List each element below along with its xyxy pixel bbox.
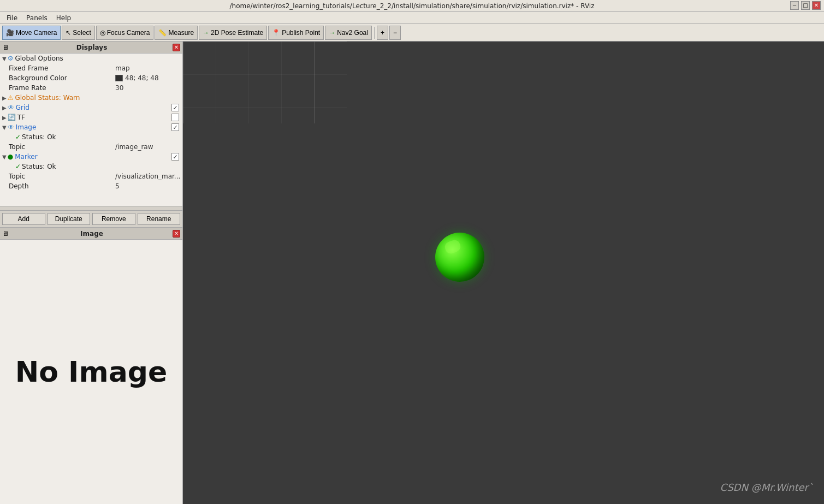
displays-panel-header: 🖥 Displays ✕	[0, 41, 182, 54]
global-options-icon: ⚙	[8, 55, 14, 62]
pose-estimate-label: 2D Pose Estimate	[211, 29, 263, 37]
nav2-goal-icon: →	[329, 29, 335, 37]
frame-rate-row[interactable]: Frame Rate 30	[0, 83, 182, 93]
add-button[interactable]: Add	[2, 213, 45, 225]
marker-depth-row[interactable]: Depth 5	[0, 181, 182, 191]
marker-depth-value: 5	[115, 182, 120, 190]
grid-arrow: ▶	[2, 105, 7, 111]
fixed-frame-row[interactable]: Fixed Frame map	[0, 63, 182, 73]
duplicate-button[interactable]: Duplicate	[48, 213, 91, 225]
green-sphere	[435, 233, 484, 282]
global-status-icon: ⚠	[8, 94, 14, 102]
menu-file[interactable]: File	[2, 13, 22, 23]
marker-status-label: Status: Ok	[22, 163, 56, 170]
marker-label: Marker	[15, 153, 37, 161]
image-arrow: ▼	[2, 124, 7, 131]
tf-label: TF	[17, 114, 25, 121]
sphere-body	[435, 233, 484, 282]
image-checkbox[interactable]	[171, 123, 179, 131]
background-color-row[interactable]: Background Color 48; 48; 48	[0, 73, 182, 83]
background-color-value: 48; 48; 48	[125, 74, 159, 82]
toolbar-move-camera[interactable]: 🎥 Move Camera	[2, 26, 61, 40]
toolbar-focus-camera[interactable]: ◎ Focus Camera	[96, 26, 154, 40]
marker-topic-row[interactable]: Topic /visualization_mar...	[0, 171, 182, 181]
minus-icon: −	[393, 29, 397, 37]
menu-panels[interactable]: Panels	[22, 13, 52, 23]
fixed-frame-value: map	[115, 64, 130, 72]
toolbar-separator	[374, 27, 375, 39]
image-subpanel-header: 🖥 Image ✕	[0, 228, 182, 240]
toolbar-select[interactable]: ↖ Select	[62, 26, 94, 40]
3d-viewport[interactable]: CSDN @Mr.Winter`	[183, 41, 824, 504]
displays-tree[interactable]: ▼ ⚙ Global Options Fixed Frame map	[0, 54, 182, 206]
marker-dot-icon: ●	[8, 153, 13, 161]
grid-checkbox[interactable]	[171, 104, 179, 111]
image-topic-row[interactable]: Topic /image_raw	[0, 142, 182, 152]
displays-panel-close[interactable]: ✕	[173, 44, 180, 51]
minimize-button[interactable]: ─	[790, 1, 799, 10]
measure-label: Measure	[168, 29, 194, 37]
image-row[interactable]: ▼ 👁 Image	[0, 122, 182, 132]
image-topic-value: /image_raw	[115, 143, 153, 151]
image-subpanel-title: Image	[80, 230, 103, 238]
toolbar-2d-pose[interactable]: → 2D Pose Estimate	[199, 26, 267, 40]
toolbar-minus[interactable]: −	[389, 26, 401, 40]
left-panel: 🖥 Displays ✕ ▼ ⚙ Global Options	[0, 41, 183, 504]
pose-estimate-icon: →	[203, 29, 209, 37]
global-options-label: Global Options	[15, 55, 63, 62]
toolbar-publish-point[interactable]: 📍 Publish Point	[268, 26, 324, 40]
move-camera-icon: 🎥	[6, 29, 14, 37]
titlebar: /home/winter/ros2_learning_tutorials/Lec…	[0, 0, 824, 12]
menu-help[interactable]: Help	[52, 13, 75, 23]
global-status-row[interactable]: ▶ ⚠ Global Status: Warn	[0, 93, 182, 103]
focus-camera-icon: ◎	[100, 29, 105, 37]
marker-topic-value: /visualization_mar...	[115, 173, 180, 180]
watermark: CSDN @Mr.Winter`	[720, 482, 813, 493]
grid-row[interactable]: ▶ 👁 Grid	[0, 103, 182, 112]
toolbar-measure[interactable]: 📏 Measure	[155, 26, 198, 40]
global-options-row[interactable]: ▼ ⚙ Global Options	[0, 54, 182, 63]
background-color-label: Background Color	[9, 74, 67, 82]
marker-row[interactable]: ▼ ● Marker	[0, 152, 182, 162]
tf-row[interactable]: ▶ 🔄 TF	[0, 112, 182, 122]
image-subpanel-icon: 🖥	[2, 230, 9, 238]
grid-overlay	[183, 41, 347, 123]
grid-eye-icon: 👁	[8, 104, 14, 111]
toolbar: 🎥 Move Camera ↖ Select ◎ Focus Camera 📏 …	[0, 24, 824, 41]
displays-panel-icon: 🖥	[2, 44, 9, 51]
tf-checkbox[interactable]	[171, 114, 179, 121]
image-topic-label: Topic	[9, 143, 25, 151]
maximize-button[interactable]: □	[801, 1, 810, 10]
displays-scrollbar[interactable]	[0, 206, 182, 211]
frame-rate-value: 30	[115, 84, 123, 92]
marker-arrow: ▼	[2, 154, 7, 160]
global-status-label: Global Status: Warn	[15, 94, 80, 102]
select-icon: ↖	[66, 29, 71, 37]
close-button[interactable]: ✕	[812, 1, 821, 10]
marker-topic-label: Topic	[9, 173, 25, 180]
toolbar-nav2-goal[interactable]: → Nav2 Goal	[325, 26, 372, 40]
image-panel-content: No Image	[0, 240, 182, 504]
move-camera-label: Move Camera	[16, 29, 57, 37]
toolbar-add-tool[interactable]: +	[377, 26, 388, 40]
titlebar-buttons: ─ □ ✕	[790, 1, 821, 10]
frame-rate-label: Frame Rate	[9, 84, 46, 92]
add-tool-icon: +	[381, 29, 384, 37]
rename-button[interactable]: Rename	[138, 213, 181, 225]
remove-button[interactable]: Remove	[92, 213, 135, 225]
image-subpanel-close[interactable]: ✕	[173, 230, 180, 238]
global-options-arrow: ▼	[2, 56, 7, 62]
no-image-text: No Image	[15, 355, 167, 388]
nav2-goal-label: Nav2 Goal	[337, 29, 368, 37]
publish-point-icon: 📍	[272, 29, 280, 37]
image-status-label: Status: Ok	[22, 133, 56, 141]
menubar: File Panels Help	[0, 12, 824, 24]
marker-status-row[interactable]: ✓ Status: Ok	[0, 162, 182, 171]
select-label: Select	[73, 29, 91, 37]
focus-camera-label: Focus Camera	[107, 29, 150, 37]
marker-checkbox[interactable]	[171, 153, 179, 161]
tf-arrow: ▶	[2, 115, 7, 121]
tf-icon: 🔄	[8, 114, 16, 121]
image-status-row[interactable]: ✓ Status: Ok	[0, 132, 182, 142]
titlebar-text: /home/winter/ros2_learning_tutorials/Lec…	[230, 2, 595, 10]
